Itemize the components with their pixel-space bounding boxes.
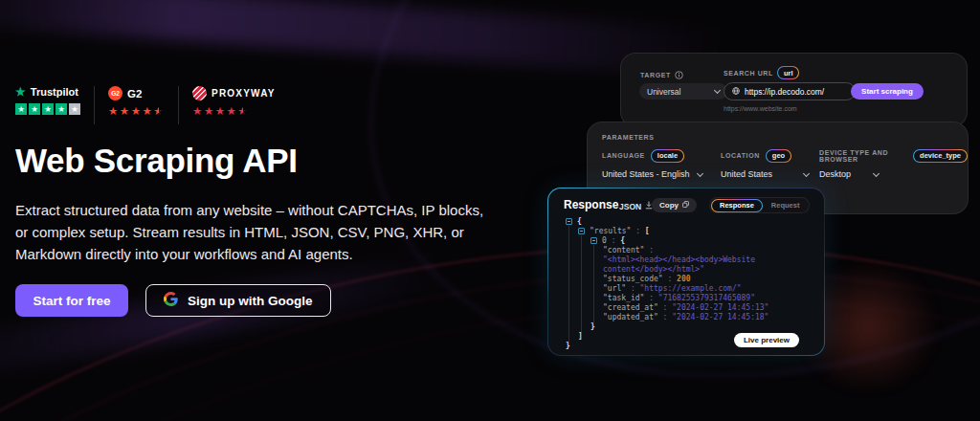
response-title: Response: [564, 198, 618, 211]
page-title: Web Scraping API: [15, 142, 298, 180]
response-request-toggle: Response Request: [709, 197, 810, 213]
rating-box-icon: ★: [42, 103, 54, 115]
live-preview-button[interactable]: Live preview: [734, 333, 799, 347]
chevron-down-icon: [697, 169, 703, 176]
trustpilot-star-icon: ★: [15, 87, 26, 97]
code-token: "<html><head></head><body>Website: [603, 255, 755, 264]
search-url-label: SEARCH URL: [724, 70, 773, 77]
url-input[interactable]: https://ip.decodo.com/: [724, 82, 856, 100]
code-token: :: [658, 313, 672, 321]
format-selector[interactable]: JSON: [619, 201, 653, 211]
code-token: ]: [578, 332, 583, 341]
star-icon: ★: [131, 105, 143, 117]
target-select-value: Universal: [647, 87, 680, 97]
code-token: :: [644, 294, 657, 302]
star-icon: ★: [204, 105, 215, 117]
indent-guide: [593, 245, 594, 322]
code-line: "<html><head></head><body>Website: [548, 255, 824, 265]
tab-request[interactable]: Request: [763, 201, 809, 210]
response-panel: Response JSON Copy Response Request: [547, 188, 825, 356]
star-icon: ★: [142, 105, 153, 117]
code-token: "7168255379317465089": [658, 294, 755, 302]
code-token: }: [566, 342, 570, 350]
url-param-badge: url: [777, 66, 800, 79]
divider: [178, 86, 179, 124]
code-line: "content" :: [548, 246, 824, 255]
code-line: "url" : "https://example.com/": [548, 284, 824, 294]
background-wave: [0, 0, 728, 79]
code-token: "status_code": [603, 275, 663, 283]
indent-guide: [568, 226, 569, 342]
code-line: "created_at" : "2024-02-27 14:45:13": [548, 303, 824, 313]
start-for-free-button[interactable]: Start for free: [15, 284, 128, 317]
proxyway-rating: ★★★★★: [192, 106, 275, 117]
device-type-param-badge: device_type: [913, 149, 968, 163]
code-token: "task_id": [603, 294, 644, 302]
star-icon: ★: [227, 105, 238, 117]
location-select[interactable]: United States: [721, 169, 809, 179]
google-signup-button[interactable]: Sign up with Google: [145, 284, 331, 317]
location-field: LOCATION geo United States: [721, 148, 809, 179]
code-token: :: [644, 246, 654, 255]
scraper-config-panel: TARGET SEARCH URL url Universal https://…: [620, 53, 968, 127]
device-type-select-value: Desktop: [819, 169, 851, 179]
star-icon: ★: [120, 105, 131, 117]
copy-label: Copy: [659, 201, 679, 210]
globe-icon: [732, 87, 740, 97]
code-line: "task_id" : "7168255379317465089": [548, 294, 824, 303]
target-select[interactable]: Universal: [639, 83, 727, 100]
copy-icon: [682, 201, 689, 210]
code-line: content</body></html>": [548, 265, 824, 275]
parameters-title: PARAMETERS: [602, 134, 654, 141]
divider: [94, 86, 95, 124]
star-icon: ★: [215, 105, 227, 117]
code-token: "results": [590, 227, 631, 235]
code-token: "2024-02-27 14:45:13": [672, 303, 768, 312]
code-token: "https://example.com/": [640, 284, 742, 293]
star-icon: ★: [153, 105, 165, 117]
code-line: "status_code" : 200: [548, 275, 824, 284]
code-token: "url": [603, 284, 626, 293]
device-type-select[interactable]: Desktop: [819, 169, 879, 179]
chevron-down-icon: [714, 87, 721, 94]
geo-param-badge: geo: [766, 149, 791, 163]
device-type-field: DEVICE TYPE AND BROWSER device_type Desk…: [819, 148, 968, 179]
trustpilot-badge: ★ Trustpilot ★★★★★: [15, 86, 80, 115]
collapse-icon[interactable]: [578, 228, 585, 234]
cta-row: Start for free Sign up with Google: [15, 284, 331, 317]
collapse-icon[interactable]: [566, 218, 572, 225]
code-line: 0 : {: [548, 236, 824, 246]
g2-logo-icon: G2: [108, 86, 122, 100]
google-icon: [164, 292, 178, 309]
code-token: :: [658, 303, 672, 312]
chevron-down-icon: [873, 169, 880, 176]
tab-response[interactable]: Response: [711, 199, 763, 212]
language-select[interactable]: United States - English: [602, 169, 702, 179]
start-scraping-button[interactable]: Start scraping: [851, 83, 924, 100]
star-icon: ★: [237, 105, 249, 117]
device-type-label: DEVICE TYPE AND BROWSER: [819, 149, 907, 163]
hero-description: Extract structured data from any website…: [15, 199, 492, 265]
code-token: {: [620, 236, 625, 245]
code-token: "updated_at": [603, 313, 658, 321]
g2-label: G2: [127, 88, 142, 100]
location-select-value: United States: [721, 169, 772, 179]
code-token: :: [626, 284, 639, 293]
code-line: {: [548, 217, 824, 227]
code-token: "content": [603, 246, 644, 255]
code-line: "updated_at" : "2024-02-27 14:45:18": [548, 313, 824, 322]
copy-button[interactable]: Copy: [652, 198, 697, 212]
code-token: "created_at": [603, 303, 658, 312]
star-icon: ★: [192, 105, 204, 117]
locale-param-badge: locale: [651, 149, 684, 163]
chevron-down-icon: [803, 169, 810, 176]
info-icon[interactable]: [675, 66, 683, 83]
rating-box-icon: ★: [15, 103, 27, 115]
landing-page: ★ Trustpilot ★★★★★ G2 G2 ★★★★★ PROXYWAY …: [0, 0, 980, 421]
collapse-icon[interactable]: [590, 237, 597, 244]
format-label: JSON: [619, 202, 641, 211]
proxyway-logo-icon: [192, 86, 207, 100]
rating-box-icon: ★: [69, 103, 80, 115]
url-hint: https://www.website.com: [724, 105, 797, 112]
code-token: :: [607, 236, 620, 245]
